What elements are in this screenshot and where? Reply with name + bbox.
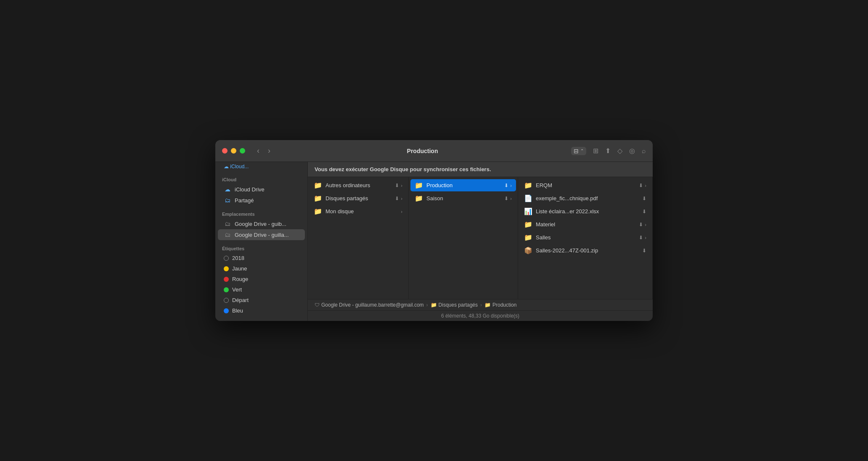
tag-jaune-dot <box>224 266 229 271</box>
status-area: 🛡 Google Drive - guillaume.barrette@gmai… <box>308 299 653 321</box>
pane-3: 📁 ERQM ⬇ › 📄 exemple_fic...chnique.pdf ⬇ <box>518 177 653 299</box>
cloud-download-icon: ⬇ <box>639 183 643 188</box>
file-name: Materiel <box>536 221 635 228</box>
forward-button[interactable]: › <box>265 145 274 157</box>
folder-icon: 📁 <box>314 207 322 215</box>
etiquettes-section-label: Étiquettes <box>215 240 307 253</box>
file-name: Mon disque <box>326 208 397 215</box>
emplacements-section-label: Emplacements <box>215 206 307 218</box>
sidebar-item-tag-vert[interactable]: Vert <box>218 284 305 295</box>
list-item[interactable]: 📊 Liste éclaira...er 2022.xlsx ⬇ <box>520 205 651 217</box>
file-name: Liste éclaira...er 2022.xlsx <box>536 208 639 215</box>
folder-icon: 📁 <box>314 194 322 202</box>
cloud-download-icon: ⬇ <box>639 222 643 228</box>
chevron-right-icon: › <box>401 209 402 214</box>
list-item[interactable]: 📁 Salles ⬇ › <box>520 231 651 244</box>
sidebar-item-gdrive2[interactable]: 🗂 Google Drive - guilla... <box>218 229 305 240</box>
file-name: Saison <box>426 195 501 201</box>
back-button[interactable]: ‹ <box>254 145 263 157</box>
gdrive1-icon: 🗂 <box>224 220 231 227</box>
view-toggle[interactable]: ⊟ ⌃ <box>571 147 586 155</box>
sidebar-item-shared[interactable]: 🗂 Partagé <box>218 195 305 206</box>
sidebar-item-tag-rouge[interactable]: Rouge <box>218 274 305 284</box>
folder-icon: 📁 <box>484 302 491 308</box>
list-item[interactable]: 📁 Production ⬇ › <box>410 179 516 191</box>
chevron-right-icon: › <box>645 183 646 188</box>
list-item[interactable]: 📁 Saison ⬇ › <box>410 192 516 204</box>
tag-2018-dot <box>224 256 229 261</box>
file-actions: ⬇ <box>642 248 646 254</box>
list-item[interactable]: 📁 Disques partagés ⬇ › <box>310 192 407 204</box>
tag-vert-label: Vert <box>232 286 242 293</box>
grid-view-button[interactable]: ⊞ <box>593 147 598 155</box>
chevron-right-icon: › <box>401 183 402 188</box>
chevron-right-icon: › <box>510 196 512 201</box>
cloud-download-icon: ⬇ <box>395 196 399 201</box>
file-actions: ⬇ <box>642 209 646 215</box>
list-item[interactable]: 📁 ERQM ⬇ › <box>520 179 651 191</box>
breadcrumb-item: 📁 Disques partagés <box>431 302 478 308</box>
sidebar-item-tag-jaune[interactable]: Jaune <box>218 263 305 274</box>
file-actions: ⬇ › <box>639 235 646 241</box>
sidebar-item-gdrive1[interactable]: 🗂 Google Drive - guib... <box>218 218 305 229</box>
icloud-drive-icon: ☁ <box>224 186 231 193</box>
folder-icon: 📁 <box>415 181 423 189</box>
list-item[interactable]: 📁 Materiel ⬇ › <box>520 218 651 231</box>
sidebar-item-tag-depart[interactable]: Départ <box>218 295 305 305</box>
nav-buttons: ‹ › <box>254 145 274 157</box>
search-button[interactable]: ⌕ <box>642 147 646 155</box>
gdrive2-icon: 🗂 <box>224 231 231 238</box>
share-button[interactable]: ⬆ <box>605 147 611 155</box>
breadcrumb-separator: › <box>480 302 482 308</box>
file-actions: › <box>401 209 402 214</box>
status-bar: 6 éléments, 48,33 Go disponible(s) <box>308 311 653 321</box>
breadcrumb-gdrive-label: Google Drive - guillaume.barrette@gmail.… <box>321 302 424 308</box>
shield-icon: 🛡 <box>315 302 320 308</box>
main-content: ☁ iCloud... iCloud ☁ iCloud Drive 🗂 Part… <box>215 162 653 321</box>
pane-1: 📁 Autres ordinateurs ⬇ › 📁 Disques parta… <box>308 177 409 299</box>
file-name: Disques partagés <box>326 195 392 201</box>
tag-button[interactable]: ◇ <box>617 147 622 155</box>
airdrop-button[interactable]: ◎ <box>629 147 635 155</box>
sidebar-top-item[interactable]: ☁ iCloud... <box>218 162 305 171</box>
folder-icon: 📁 <box>524 233 532 241</box>
icloud-section-label: iCloud <box>215 171 307 184</box>
sidebar-item-tag-bleu[interactable]: Bleu <box>218 305 305 316</box>
pdf-icon: 📄 <box>524 194 532 202</box>
file-name: ERQM <box>536 182 635 188</box>
cloud-download-icon: ⬇ <box>639 235 643 241</box>
titlebar-actions: ⊟ ⌃ ⊞ ⬆ ◇ ◎ ⌕ <box>571 147 646 155</box>
file-name: Salles-2022...47Z-001.zip <box>536 247 639 254</box>
file-name: exemple_fic...chnique.pdf <box>536 195 639 201</box>
shared-icon: 🗂 <box>224 197 231 204</box>
file-actions: ⬇ <box>642 196 646 201</box>
sync-banner: Vous devez exécuter Google Disque pour s… <box>308 162 653 177</box>
panes-container: 📁 Autres ordinateurs ⬇ › 📁 Disques parta… <box>308 177 653 299</box>
minimize-button[interactable] <box>231 148 236 154</box>
cloud-download-icon: ⬇ <box>642 209 646 215</box>
list-item[interactable]: 📁 Autres ordinateurs ⬇ › <box>310 179 407 191</box>
cloud-download-icon: ⬇ <box>504 183 508 188</box>
cloud-download-icon: ⬇ <box>395 183 399 188</box>
list-item[interactable]: 📁 Mon disque › <box>310 205 407 217</box>
maximize-button[interactable] <box>240 148 245 154</box>
folder-icon: 📁 <box>431 302 437 308</box>
gdrive2-label: Google Drive - guilla... <box>235 232 289 238</box>
tag-jaune-label: Jaune <box>232 265 247 272</box>
titlebar: ‹ › Production ⊟ ⌃ ⊞ ⬆ ◇ ◎ ⌕ <box>215 140 653 162</box>
tag-depart-label: Départ <box>232 297 249 303</box>
chevron-right-icon: › <box>645 222 646 227</box>
list-item[interactable]: 📄 exemple_fic...chnique.pdf ⬇ <box>520 192 651 204</box>
file-actions: ⬇ › <box>639 183 646 188</box>
chevron-right-icon: › <box>510 183 512 188</box>
traffic-lights <box>222 148 245 154</box>
folder-icon: 📁 <box>415 194 423 202</box>
icloud-drive-label: iCloud Drive <box>235 186 265 193</box>
list-item[interactable]: 📦 Salles-2022...47Z-001.zip ⬇ <box>520 244 651 257</box>
pane-2: 📁 Production ⬇ › 📁 Saison ⬇ › <box>409 177 518 299</box>
zip-icon: 📦 <box>524 246 532 254</box>
sidebar-item-tag-2018[interactable]: 2018 <box>218 253 305 263</box>
close-button[interactable] <box>222 148 228 154</box>
sidebar-item-icloud-drive[interactable]: ☁ iCloud Drive <box>218 184 305 195</box>
sidebar: ☁ iCloud... iCloud ☁ iCloud Drive 🗂 Part… <box>215 162 308 321</box>
